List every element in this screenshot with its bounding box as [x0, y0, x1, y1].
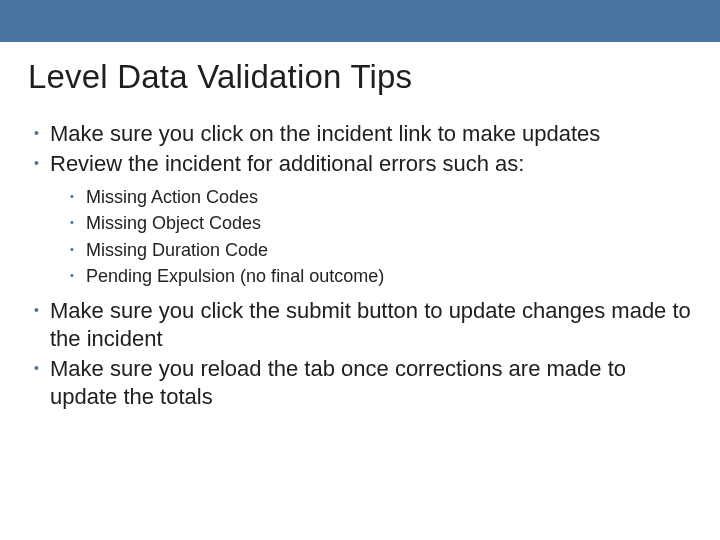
- bullet-list: Make sure you click on the incident link…: [28, 120, 692, 411]
- slide-content: Level Data Validation Tips Make sure you…: [0, 42, 720, 411]
- list-item: Missing Duration Code: [68, 237, 692, 263]
- list-item: Pending Expulsion (no final outcome): [68, 263, 692, 289]
- list-item: Review the incident for additional error…: [28, 150, 692, 289]
- list-item-text: Make sure you reload the tab once correc…: [50, 356, 626, 409]
- list-item-text: Missing Action Codes: [86, 187, 258, 207]
- list-item: Make sure you click the submit button to…: [28, 297, 692, 353]
- list-item-text: Missing Object Codes: [86, 213, 261, 233]
- list-item-text: Make sure you click the submit button to…: [50, 298, 691, 351]
- list-item-text: Make sure you click on the incident link…: [50, 121, 600, 146]
- list-item-text: Review the incident for additional error…: [50, 151, 524, 176]
- list-item: Make sure you click on the incident link…: [28, 120, 692, 148]
- header-bar: [0, 0, 720, 42]
- slide-title: Level Data Validation Tips: [28, 58, 692, 96]
- list-item-text: Pending Expulsion (no final outcome): [86, 266, 384, 286]
- list-item-text: Missing Duration Code: [86, 240, 268, 260]
- list-item: Make sure you reload the tab once correc…: [28, 355, 692, 411]
- list-item: Missing Object Codes: [68, 210, 692, 236]
- sub-bullet-list: Missing Action Codes Missing Object Code…: [50, 184, 692, 288]
- list-item: Missing Action Codes: [68, 184, 692, 210]
